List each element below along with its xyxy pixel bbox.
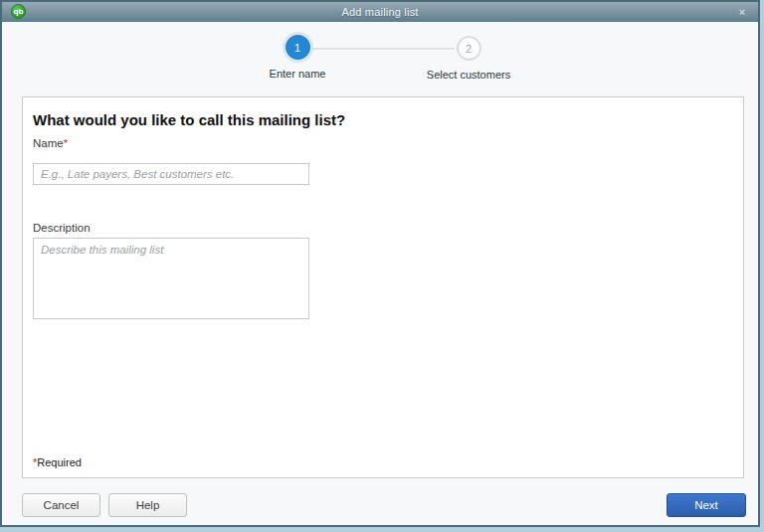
add-mailing-list-dialog: qb Add mailing list × 1 Enter name 2 Sel… [0, 0, 760, 527]
step-select-customers: 2 Select customers [389, 36, 548, 81]
required-note: *Required [33, 456, 82, 468]
wizard-stepper: 1 Enter name 2 Select customers [2, 35, 758, 90]
window-title: Add mailing list [341, 6, 418, 18]
titlebar: qb Add mailing list × [2, 2, 758, 22]
name-label: Name* [33, 137, 68, 149]
cancel-button[interactable]: Cancel [22, 493, 100, 517]
step-2-circle: 2 [457, 36, 481, 61]
step-enter-name: 1 Enter name [218, 35, 377, 80]
help-button[interactable]: Help [108, 493, 187, 517]
next-button[interactable]: Next [667, 493, 746, 517]
name-label-text: Name [33, 137, 64, 149]
step-2-label: Select customers [389, 69, 548, 81]
step-1-circle: 1 [286, 35, 310, 60]
page-title: What would you like to call this mailing… [33, 111, 345, 128]
description-label: Description [33, 222, 91, 234]
quickbooks-app-icon: qb [11, 4, 26, 19]
step-1-label: Enter name [218, 68, 377, 80]
close-icon[interactable]: × [734, 5, 750, 19]
name-input[interactable] [33, 163, 309, 185]
form-panel: What would you like to call this mailing… [22, 96, 744, 478]
name-required-asterisk: * [64, 137, 68, 149]
description-input[interactable] [33, 238, 309, 319]
required-note-text: Required [37, 456, 82, 468]
